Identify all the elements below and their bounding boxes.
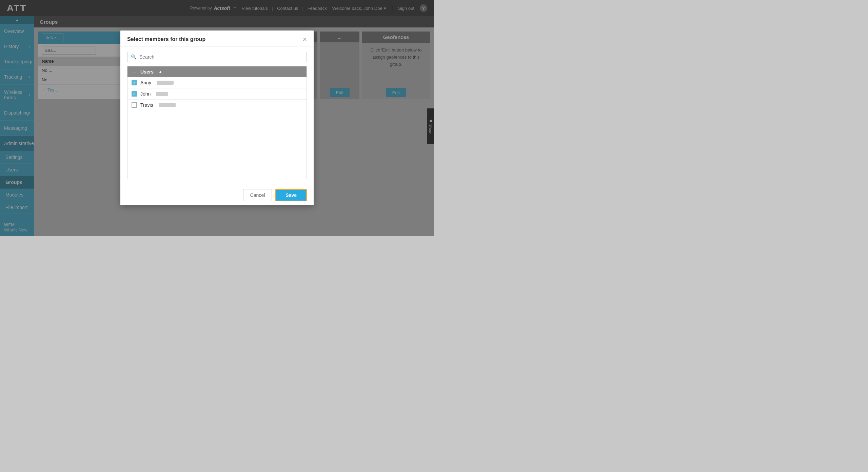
user-lastname-blur-john bbox=[156, 92, 168, 96]
user-checkbox-john[interactable] bbox=[132, 91, 137, 97]
user-name-john: John bbox=[140, 91, 151, 97]
modal-header: Select members for this group × bbox=[120, 30, 314, 46]
modal-body: 🔍 Users ▲ Anny bbox=[120, 46, 314, 185]
user-name-travis: Travis bbox=[140, 102, 153, 108]
select-all-checkbox[interactable] bbox=[132, 69, 137, 75]
users-table: Users ▲ Anny John bbox=[127, 66, 307, 179]
users-col-label: Users bbox=[140, 69, 154, 75]
users-table-header: Users ▲ bbox=[127, 66, 307, 77]
user-row-travis: Travis bbox=[127, 100, 307, 110]
sort-icon[interactable]: ▲ bbox=[158, 69, 162, 74]
modal-overlay: Select members for this group × 🔍 Users … bbox=[0, 0, 434, 236]
modal-title: Select members for this group bbox=[127, 36, 205, 42]
user-checkbox-travis[interactable] bbox=[132, 102, 137, 108]
modal-close-button[interactable]: × bbox=[303, 36, 307, 43]
save-button[interactable]: Save bbox=[275, 189, 307, 201]
user-lastname-blur-anny bbox=[157, 81, 174, 85]
modal-search-container: 🔍 bbox=[127, 52, 307, 62]
modal-search-input[interactable] bbox=[139, 54, 303, 60]
modal-footer: Cancel Save bbox=[120, 185, 314, 205]
user-row-anny: Anny bbox=[127, 77, 307, 88]
modal-dialog: Select members for this group × 🔍 Users … bbox=[120, 30, 314, 205]
user-name-anny: Anny bbox=[140, 80, 151, 85]
user-row-john: John bbox=[127, 88, 307, 100]
user-lastname-blur-travis bbox=[159, 103, 176, 107]
search-icon: 🔍 bbox=[131, 54, 137, 60]
user-checkbox-anny[interactable] bbox=[132, 80, 137, 85]
cancel-button[interactable]: Cancel bbox=[243, 189, 272, 201]
users-list: Anny John Travis bbox=[127, 77, 307, 179]
